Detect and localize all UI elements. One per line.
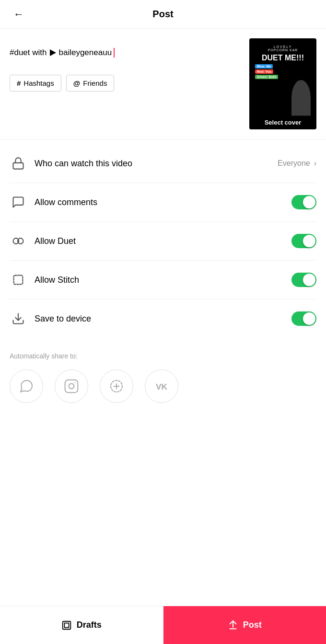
divider-1: [0, 139, 326, 139]
thumb-overlay: LOVELY POPCORN KAR DUET ME!!! Blue: Me R…: [253, 45, 313, 79]
friends-button[interactable]: @ Friends: [66, 75, 115, 92]
svg-rect-11: [62, 621, 70, 629]
auto-share-label: Automatically share to:: [10, 352, 316, 360]
allow-comments-row[interactable]: Allow comments: [10, 183, 316, 222]
allow-stitch-toggle[interactable]: [291, 273, 316, 287]
caption-hashtag-prefix: #duet with: [10, 46, 47, 59]
hashtags-button[interactable]: # Hashtags: [10, 75, 61, 92]
whatsapp-icon: [19, 379, 34, 394]
vk-button[interactable]: VK: [145, 369, 178, 403]
comment-icon: [10, 194, 27, 211]
friends-label: Friends: [83, 79, 107, 87]
post-icon: [228, 620, 238, 631]
thumb-duet-text: DUET ME!!!: [253, 54, 313, 62]
back-button[interactable]: ←: [10, 6, 28, 23]
caption-input-area[interactable]: #duet with baileygeneauu # Hashtags @ Fr…: [10, 38, 242, 92]
caption-username: baileygeneauu: [59, 46, 112, 59]
chevron-right-icon: ›: [314, 159, 316, 168]
save-to-device-toggle[interactable]: [291, 311, 316, 326]
badge-green: Green: Both: [255, 75, 278, 79]
badge-red: Red: You: [255, 69, 273, 74]
download-icon: [10, 310, 27, 327]
bottom-buttons: Drafts Post: [0, 606, 326, 644]
allow-comments-label: Allow comments: [35, 197, 291, 207]
thumb-lovely-text: LOVELY: [253, 45, 313, 48]
save-to-device-row[interactable]: Save to device: [10, 299, 316, 338]
at-icon: @: [73, 79, 81, 87]
play-icon: [50, 49, 56, 56]
allow-duet-label: Allow Duet: [35, 236, 291, 246]
content-area: #duet with baileygeneauu # Hashtags @ Fr…: [0, 29, 326, 134]
stitch-icon: [10, 271, 27, 288]
hashtag-icon: #: [17, 79, 21, 87]
svg-rect-3: [14, 276, 23, 285]
svg-rect-12: [64, 623, 69, 627]
drafts-icon: [61, 620, 72, 631]
share-icons-row: VK: [10, 369, 316, 403]
video-thumbnail[interactable]: LOVELY POPCORN KAR DUET ME!!! Blue: Me R…: [249, 38, 316, 129]
svg-rect-5: [65, 380, 78, 393]
drafts-button[interactable]: Drafts: [0, 606, 163, 644]
text-cursor: [114, 48, 115, 58]
person-silhouette: [291, 80, 311, 116]
whatsapp-button[interactable]: [10, 369, 43, 403]
instagram-button[interactable]: [55, 369, 88, 403]
who-can-watch-row[interactable]: Who can watch this video Everyone ›: [10, 144, 316, 183]
select-cover-button[interactable]: Select cover: [249, 115, 316, 129]
page-title: Post: [152, 9, 173, 20]
allow-stitch-label: Allow Stitch: [35, 275, 291, 285]
badge-blue: Blue: Me: [255, 64, 273, 69]
header: ← Post: [0, 0, 326, 29]
tiktok-circle-icon: [109, 379, 124, 394]
drafts-label: Drafts: [77, 620, 102, 630]
vk-icon: VK: [154, 379, 169, 394]
instagram-icon: [64, 379, 79, 394]
post-label: Post: [243, 620, 262, 630]
thumb-badges: Blue: Me Red: You Green: Both: [255, 64, 313, 79]
lock-icon: [10, 155, 27, 172]
save-to-device-label: Save to device: [35, 314, 291, 324]
tiktok-circle-button[interactable]: [100, 369, 133, 403]
allow-comments-toggle[interactable]: [291, 195, 316, 209]
allow-duet-toggle[interactable]: [291, 234, 316, 248]
hashtags-label: Hashtags: [23, 79, 54, 87]
who-can-watch-label: Who can watch this video: [35, 159, 278, 169]
post-button[interactable]: Post: [163, 606, 326, 644]
allow-duet-row[interactable]: Allow Duet: [10, 222, 316, 261]
tags-row: # Hashtags @ Friends: [10, 75, 242, 92]
who-can-watch-value: Everyone: [278, 159, 310, 168]
who-can-watch-right: Everyone ›: [278, 159, 316, 168]
auto-share-section: Automatically share to:: [0, 338, 326, 413]
settings-section: Who can watch this video Everyone › Allo…: [0, 144, 326, 338]
caption-text: #duet with baileygeneauu: [10, 38, 242, 67]
thumb-popcorn-text: POPCORN KAR: [253, 48, 313, 52]
svg-rect-0: [13, 163, 23, 169]
duet-icon: [10, 232, 27, 250]
svg-text:VK: VK: [156, 382, 168, 391]
allow-stitch-row[interactable]: Allow Stitch: [10, 261, 316, 299]
